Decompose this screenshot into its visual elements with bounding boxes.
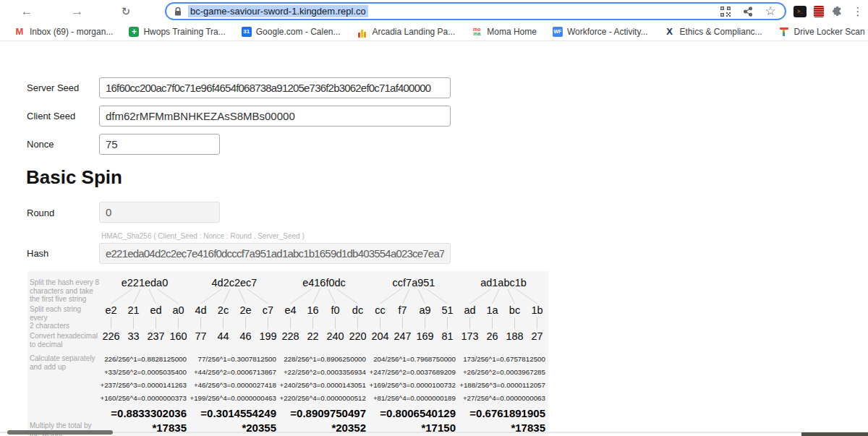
nonce-label: Nonce bbox=[27, 139, 54, 150]
fan-connector-lines bbox=[279, 288, 369, 304]
calculation-lines: 77/256^1=0.3007812500+44/256^2=0.0006713… bbox=[190, 353, 279, 405]
calculation-lines: 173/256^1=0.6757812500+26/256^2=0.000396… bbox=[459, 353, 548, 405]
calculation-line: +240/256^3=0.0000143051 bbox=[279, 379, 369, 392]
nonce-input[interactable] bbox=[99, 134, 220, 155]
server-seed-input[interactable] bbox=[99, 77, 451, 98]
workforce-icon: WF bbox=[553, 27, 563, 37]
calculation-line: +33/256^2=0.0005035400 bbox=[100, 366, 190, 379]
bookmark-item[interactable]: Arcadia Landing Pa... bbox=[349, 22, 464, 40]
hash-calculation-panel: Split the hash every 8characters and tak… bbox=[27, 271, 548, 436]
back-icon[interactable]: ← bbox=[17, 2, 36, 21]
hash-groups: e221eda0e221eda022633237160226/256^1=0.8… bbox=[100, 271, 548, 434]
decimal-value: 173 bbox=[459, 330, 481, 342]
hex-pair-value: f7 bbox=[391, 304, 414, 316]
reload-icon[interactable]: ↻ bbox=[116, 2, 135, 21]
drive-locker-icon bbox=[778, 26, 790, 38]
hex-pair-value: a9 bbox=[414, 304, 436, 316]
share-icon[interactable] bbox=[740, 4, 756, 20]
scrollbar-corner-block bbox=[801, 432, 868, 436]
decimal-value: 46 bbox=[234, 330, 257, 342]
fan-connector-lines bbox=[100, 288, 190, 304]
bookmark-label: Hwops Training Tra... bbox=[143, 27, 225, 37]
terminal-extension-icon[interactable]: >_ bbox=[793, 4, 808, 19]
hex-pairs-row: e221eda0 bbox=[100, 304, 190, 316]
bookmark-label: Inbox (69) - morgan... bbox=[30, 27, 113, 37]
arcadia-icon bbox=[357, 26, 368, 38]
hash-group-column: e416f0dce416f0dc22822240220228/256^1=0.8… bbox=[279, 271, 369, 434]
calculation-line: +26/256^2=0.0003967285 bbox=[459, 366, 548, 379]
calculation-lines: 228/256^1=0.8906250000+22/256^2=0.000335… bbox=[279, 353, 369, 405]
bookmark-label: Drive Locker Scan bbox=[794, 27, 865, 37]
address-bar[interactable]: bc-game-saviour-sword-1.kingdem.repl.co … bbox=[165, 2, 786, 20]
hex-pair-value: 1b bbox=[526, 304, 548, 316]
decimal-value: 237 bbox=[145, 330, 167, 342]
decimal-values-row: 22822240220 bbox=[279, 330, 369, 342]
bookmarks-list: MInbox (69) - morgan...+Hwops Training T… bbox=[6, 22, 868, 40]
calculation-line: 173/256^1=0.6757812500 bbox=[459, 353, 548, 366]
calculation-line: +46/256^3=0.0000027418 bbox=[190, 379, 279, 392]
client-seed-input[interactable] bbox=[99, 106, 451, 127]
hash-label: Hash bbox=[27, 248, 48, 259]
decimal-value: 226 bbox=[100, 330, 122, 342]
bookmark-label: Ethics & Complianc... bbox=[680, 27, 762, 37]
bookmark-label: Google.com - Calen... bbox=[256, 27, 341, 37]
horizontal-scrollbar-track[interactable] bbox=[0, 432, 868, 433]
decimal-values-row: 22633237160 bbox=[100, 330, 190, 342]
hash-segment-value: e221eda0 bbox=[100, 277, 190, 288]
bookmark-star-icon[interactable]: ☆ bbox=[762, 4, 778, 20]
calculation-line: +160/256^4=0.0000000373 bbox=[100, 392, 190, 405]
client-seed-label: Client Seed bbox=[27, 111, 75, 121]
basic-spin-heading: Basic Spin bbox=[26, 166, 122, 189]
bookmark-item[interactable]: +Hwops Training Tra... bbox=[121, 22, 233, 40]
hex-pair-value: 2c bbox=[212, 304, 234, 316]
bookmark-label: Moma Home bbox=[487, 27, 537, 37]
bookmark-label: Arcadia Landing Pa... bbox=[373, 27, 456, 37]
hex-pair-value: e2 bbox=[100, 304, 122, 316]
calculation-line: +81/256^4=0.0000000189 bbox=[369, 392, 459, 405]
gmail-icon: M bbox=[14, 26, 25, 38]
calculation-total: =0.3014554249 bbox=[190, 407, 279, 419]
ledger-extension-icon[interactable] bbox=[812, 4, 826, 19]
hex-pair-value: dc bbox=[346, 304, 369, 316]
bookmark-item[interactable]: WFWorkforce - Activity... bbox=[545, 22, 656, 40]
hex-pair-value: bc bbox=[503, 304, 526, 316]
bookmark-label: Workforce - Activity... bbox=[567, 27, 648, 37]
decimal-value: 220 bbox=[346, 330, 369, 342]
hash-input bbox=[99, 243, 451, 264]
url-text[interactable]: bc-game-saviour-sword-1.kingdem.repl.co bbox=[188, 5, 368, 17]
hex-pair-value: 2e bbox=[234, 304, 257, 316]
calendar-icon: 31 bbox=[242, 27, 252, 37]
hex-pairs-row: ccf7a951 bbox=[369, 304, 459, 316]
calculation-total: =0.8909750497 bbox=[279, 407, 369, 419]
terminal-glyph: >_ bbox=[793, 6, 807, 17]
extensions-puzzle-icon[interactable] bbox=[830, 4, 845, 19]
vertical-connector-lines bbox=[279, 316, 369, 330]
browser-menu-icon[interactable]: ⋮ bbox=[851, 4, 865, 19]
table-row-label: Calculate separatelyand add up bbox=[30, 354, 100, 371]
hex-pair-value: ad bbox=[459, 304, 481, 316]
decimal-value: 81 bbox=[436, 330, 459, 342]
bookmark-item[interactable]: 31Google.com - Calen... bbox=[234, 22, 349, 40]
decimal-value: 188 bbox=[503, 330, 526, 342]
bookmark-item[interactable]: Drive Locker Scan bbox=[770, 22, 868, 40]
x-logo-icon: X bbox=[664, 26, 676, 38]
decimal-value: 240 bbox=[324, 330, 346, 342]
horizontal-scrollbar-thumb[interactable] bbox=[7, 430, 113, 435]
calculation-line: +220/256^4=0.0000000512 bbox=[279, 392, 369, 405]
qr-code-icon[interactable] bbox=[718, 4, 733, 20]
hash-segment-value: ad1abc1b bbox=[459, 277, 548, 288]
decimal-values-row: 1732618827 bbox=[459, 330, 548, 342]
calculation-lines: 204/256^1=0.7968750000+247/256^2=0.00376… bbox=[369, 353, 459, 405]
decimal-values-row: 20424716981 bbox=[369, 330, 459, 342]
decimal-value: 160 bbox=[167, 330, 190, 342]
bookmark-item[interactable]: XEthics & Complianc... bbox=[656, 22, 770, 40]
hex-pair-value: ed bbox=[145, 304, 167, 316]
fan-connector-lines bbox=[190, 288, 279, 304]
bookmark-item[interactable]: momaMoma Home bbox=[463, 22, 545, 40]
hex-pair-value: a0 bbox=[167, 304, 190, 316]
bookmark-item[interactable]: MInbox (69) - morgan... bbox=[6, 22, 121, 40]
decimal-value: 169 bbox=[414, 330, 436, 342]
lock-icon[interactable] bbox=[174, 7, 182, 17]
forward-icon[interactable]: → bbox=[68, 2, 87, 21]
calculation-total: =0.8833302036 bbox=[100, 407, 190, 419]
